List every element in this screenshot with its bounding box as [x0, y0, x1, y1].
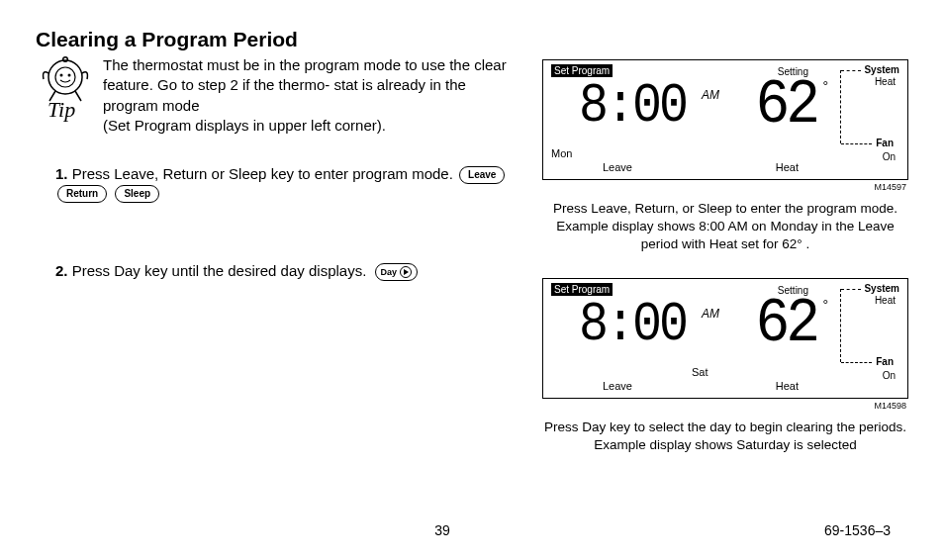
degree-icon: ° — [822, 78, 828, 94]
dashed-line — [840, 289, 841, 362]
right-column: Set Program Setting System Heat Fan On 8… — [542, 55, 908, 454]
caption-2: Press Day key to select the day to begin… — [542, 419, 908, 454]
sleep-button[interactable]: Sleep — [115, 185, 159, 203]
lcd-day: Sat — [692, 366, 708, 378]
degree-icon: ° — [822, 297, 828, 313]
play-icon — [400, 266, 412, 278]
lcd-mode: Heat — [776, 380, 799, 392]
system-label: System — [864, 64, 899, 75]
day-button[interactable]: Day — [375, 263, 419, 281]
dashed-line — [840, 70, 841, 143]
return-button[interactable]: Return — [57, 185, 107, 203]
lcd-time: 8:00 — [579, 75, 686, 138]
steps-list: 1. Press Leave, Return or Sleep key to e… — [36, 165, 522, 281]
svg-point-3 — [68, 74, 71, 77]
lcd-day: Mon — [551, 147, 572, 159]
page-footer: 39 69-1536–3 — [0, 522, 944, 538]
lcd-display-2: Set Program Setting System Heat Fan On 8… — [542, 278, 908, 399]
fan-label: Fan — [876, 138, 894, 148]
tip-cartoon-icon: Tip — [36, 55, 95, 136]
svg-point-0 — [48, 60, 82, 94]
dashed-line — [841, 362, 872, 363]
page-number: 39 — [434, 522, 450, 538]
step-1-number: 1. — [55, 165, 68, 182]
lcd-mode: Heat — [776, 161, 799, 173]
fan-on-value: On — [883, 370, 896, 381]
lcd-am: AM — [702, 88, 719, 102]
dashed-line — [841, 289, 861, 290]
step-2-number: 2. — [55, 262, 68, 279]
svg-point-1 — [55, 67, 75, 87]
figure-id-1: M14597 — [542, 182, 906, 192]
step-2-text: Press Day key until the desired day disp… — [72, 262, 367, 279]
system-label: System — [864, 283, 899, 294]
page-title: Clearing a Program Period — [36, 28, 908, 51]
lcd-period: Leave — [603, 380, 632, 392]
leave-button[interactable]: Leave — [459, 166, 505, 184]
lcd-temp: 62 — [755, 69, 816, 140]
fan-on-value: On — [883, 151, 896, 162]
dashed-line — [841, 70, 861, 71]
lcd-am: AM — [702, 307, 719, 321]
tip-paragraph: The thermostat must be in the program mo… — [103, 55, 522, 136]
lcd-period: Leave — [603, 161, 632, 173]
tip-block: Tip The thermostat must be in the progra… — [36, 55, 522, 136]
left-column: Tip The thermostat must be in the progra… — [36, 55, 522, 454]
figure-id-2: M14598 — [542, 401, 906, 411]
step-1: 1. Press Leave, Return or Sleep key to e… — [55, 165, 522, 203]
dashed-line — [841, 143, 872, 144]
caption-1: Press Leave, Return, or Sleep to enter t… — [542, 200, 908, 254]
step-1-text: Press Leave, Return or Sleep key to ente… — [72, 165, 453, 182]
fan-label: Fan — [876, 356, 894, 367]
step-2: 2. Press Day key until the desired day d… — [55, 262, 522, 281]
svg-point-2 — [60, 74, 63, 77]
tip-line-3: (Set Program displays in upper left corn… — [103, 117, 386, 134]
system-heat-value: Heat — [875, 76, 896, 87]
svg-text:Tip: Tip — [47, 97, 75, 122]
document-number: 69-1536–3 — [824, 522, 891, 538]
lcd-time: 8:00 — [579, 294, 686, 356]
system-heat-value: Heat — [875, 295, 896, 306]
day-button-label: Day — [381, 267, 398, 277]
lcd-display-1: Set Program Setting System Heat Fan On 8… — [542, 59, 908, 180]
lcd-temp: 62 — [755, 287, 816, 358]
